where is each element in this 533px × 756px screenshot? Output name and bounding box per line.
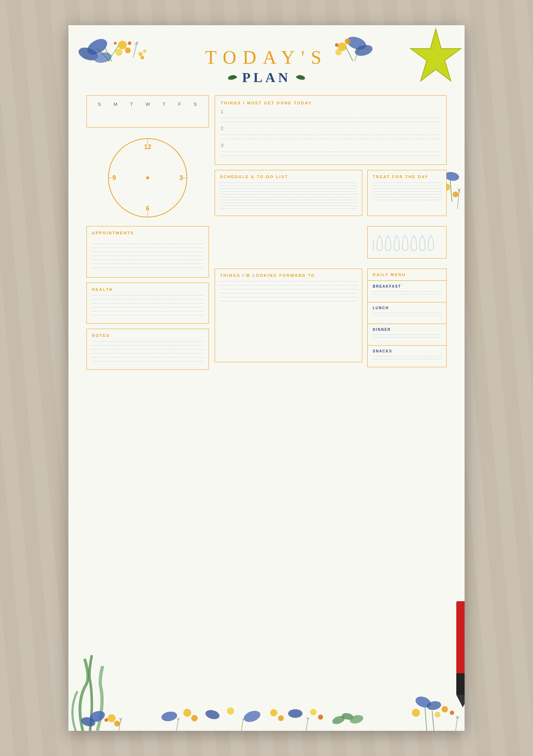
sched-line-1 — [220, 183, 357, 183]
svg-point-58 — [310, 709, 317, 715]
task-3-line-b — [221, 156, 440, 156]
day-t1: T — [127, 100, 136, 108]
svg-point-51 — [191, 715, 198, 721]
svg-point-54 — [242, 709, 262, 724]
svg-point-42 — [114, 721, 120, 726]
leaf-left-icon — [227, 72, 238, 82]
day-t2: T — [160, 100, 169, 108]
svg-point-59 — [318, 715, 323, 720]
svg-line-46 — [121, 717, 122, 720]
health-line-2 — [92, 299, 203, 300]
clock-container: 12 3 6 9 — [86, 132, 209, 223]
svg-point-52 — [205, 708, 221, 721]
svg-line-34 — [457, 191, 459, 209]
sched-line-9 — [220, 206, 357, 206]
task-3-number: 3 — [221, 143, 440, 148]
sched-line-10 — [220, 208, 357, 209]
dinner-line-1 — [373, 334, 441, 335]
svg-line-47 — [119, 718, 121, 720]
planner-page: TODAY'S PLAN S — [68, 25, 465, 731]
sched-line-4 — [220, 191, 357, 192]
svg-point-45 — [120, 718, 122, 720]
schedule-title: SCHEDULE & TO-DO LIST — [220, 175, 357, 179]
lunch-line-2 — [373, 316, 441, 316]
svg-point-49 — [161, 710, 178, 722]
notes-line-5 — [92, 357, 203, 357]
svg-point-83 — [456, 716, 458, 719]
menu-lunch: LUNCH — [368, 302, 446, 324]
leaf-right-icon — [295, 72, 306, 82]
notes-line-6 — [92, 361, 203, 361]
svg-line-95 — [120, 203, 123, 206]
task-2-number: 2 — [221, 126, 440, 131]
day-m: M — [111, 100, 121, 108]
svg-line-67 — [306, 719, 308, 731]
svg-line-63 — [177, 717, 178, 720]
notes-section-left: NOTES — [86, 329, 209, 370]
left-column: S M T W T F S 12 3 — [86, 95, 209, 375]
svg-line-69 — [308, 717, 310, 719]
look-line-3 — [220, 289, 357, 289]
svg-point-50 — [183, 709, 191, 717]
sched-line-5 — [220, 194, 357, 194]
menu-snacks: SNACKS — [368, 346, 446, 367]
svg-point-78 — [435, 712, 440, 717]
task-2-line-b — [221, 139, 440, 139]
notes-line-4 — [92, 353, 203, 354]
treat-line-3 — [373, 188, 441, 189]
appt-line-2 — [92, 248, 203, 248]
treat-section: TREAT FOR THE DAY — [367, 170, 447, 216]
svg-point-72 — [341, 712, 354, 720]
appointments-section: APPOINTMENTS — [86, 226, 209, 278]
svg-line-66 — [243, 718, 245, 720]
treat-title: TREAT FOR THE DAY — [373, 175, 441, 179]
look-line-4 — [220, 293, 357, 293]
looking-forward-section: THINGS I'M LOOKING FORWARD TO — [215, 269, 362, 362]
lunch-line-1 — [373, 313, 441, 313]
breakfast-label: BREAKFAST — [373, 284, 441, 288]
floral-bottom-left — [68, 630, 140, 731]
appt-line-6 — [92, 264, 203, 264]
svg-line-80 — [425, 707, 427, 731]
day-s1: S — [95, 100, 105, 108]
sched-line-3 — [220, 188, 357, 189]
svg-line-94 — [173, 150, 175, 153]
svg-point-41 — [108, 714, 116, 722]
notes-line-3 — [92, 349, 203, 350]
appt-line-7 — [92, 267, 203, 268]
pen-decoration — [448, 601, 465, 709]
svg-line-93 — [120, 150, 123, 153]
lower-content: THINGS I'M LOOKING FORWARD TO DAILY MENU… — [215, 269, 447, 367]
notes-line-1 — [92, 341, 203, 342]
svg-line-38 — [459, 191, 460, 193]
svg-rect-87 — [456, 601, 465, 680]
svg-line-82 — [456, 718, 457, 731]
svg-point-75 — [426, 700, 442, 711]
week-days-row: S M T W T F S — [92, 100, 203, 108]
looking-forward-title: THINGS I'M LOOKING FORWARD TO — [220, 273, 357, 278]
health-line-5 — [92, 311, 203, 311]
treat-line-7 — [373, 200, 441, 200]
floral-bottom-right — [402, 659, 465, 731]
schedule-treat-row: SCHEDULE & TO-DO LIST TREAT FOR THE DAY — [215, 170, 447, 221]
health-line-4 — [92, 307, 203, 307]
svg-point-73 — [349, 714, 364, 725]
sched-line-6 — [220, 197, 357, 197]
health-line-6 — [92, 315, 203, 315]
svg-point-65 — [242, 719, 244, 720]
task-2-line-a — [221, 135, 440, 135]
sched-line-2 — [220, 185, 357, 186]
svg-point-79 — [450, 711, 454, 715]
day-w: W — [143, 100, 153, 108]
title-plan-row: PLAN — [76, 69, 457, 85]
menu-box: DAILY MENU BREAKFAST LUNCH DINNER — [367, 269, 447, 367]
svg-point-74 — [414, 694, 433, 709]
notes-lines — [92, 341, 203, 361]
things-must-do-title: THINGS I MUST GET DONE TODAY — [221, 101, 440, 105]
schedule-section: SCHEDULE & TO-DO LIST — [215, 170, 362, 216]
appt-line-4 — [92, 256, 203, 256]
svg-line-48 — [121, 720, 122, 722]
notes-line-2 — [92, 345, 203, 346]
breakfast-line-1 — [373, 291, 441, 292]
daily-menu-title: DAILY MENU — [368, 269, 446, 281]
